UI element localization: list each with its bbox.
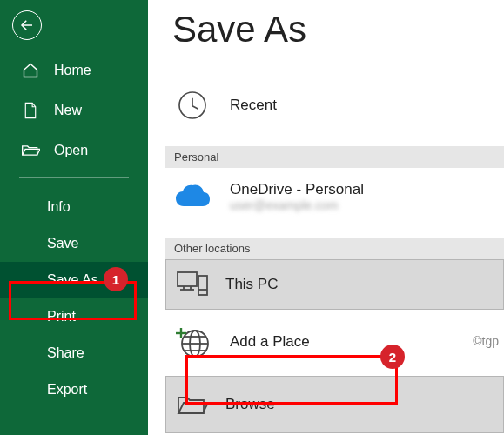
- section-other-locations: Other locations: [165, 238, 504, 259]
- open-folder-icon: [21, 141, 40, 160]
- nav-label: Share: [47, 345, 84, 361]
- home-icon: [21, 61, 40, 80]
- clock-icon: [172, 85, 212, 125]
- this-pc-icon: [175, 267, 210, 302]
- location-onedrive[interactable]: OneDrive - Personal user@example.com: [148, 168, 504, 225]
- cloud-icon: [172, 177, 212, 217]
- svg-line-3: [192, 106, 198, 109]
- nav-sub-group: Info Save Save As Print Share Export: [0, 189, 148, 408]
- location-label: OneDrive - Personal: [230, 181, 364, 198]
- location-label: Recent: [230, 97, 277, 114]
- add-place-icon: [172, 322, 212, 362]
- nav-label: Export: [47, 382, 87, 398]
- nav-label: Save As: [47, 272, 98, 288]
- nav-label: New: [54, 103, 82, 118]
- nav-separator: [19, 177, 129, 178]
- browse-button[interactable]: Browse: [165, 376, 504, 433]
- new-file-icon: [21, 101, 40, 120]
- location-label: Add a Place: [230, 333, 310, 351]
- nav-save-as[interactable]: Save As: [0, 262, 148, 298]
- page-title: Save As: [148, 0, 504, 77]
- arrow-left-icon: [19, 17, 35, 33]
- main-panel: Save As Recent Personal OneDrive - Perso…: [148, 0, 504, 435]
- section-personal: Personal: [165, 146, 504, 168]
- nav-label: Info: [47, 199, 71, 215]
- onedrive-text: OneDrive - Personal user@example.com: [230, 181, 364, 212]
- nav-share[interactable]: Share: [0, 335, 148, 371]
- nav-info[interactable]: Info: [0, 189, 148, 225]
- nav-new[interactable]: New: [0, 90, 148, 130]
- nav-label: Open: [54, 143, 88, 158]
- location-recent[interactable]: Recent: [148, 77, 504, 134]
- nav-save[interactable]: Save: [0, 225, 148, 262]
- nav-export[interactable]: Export: [0, 371, 148, 408]
- location-add-place[interactable]: Add a Place: [148, 310, 504, 371]
- nav-print[interactable]: Print: [0, 298, 148, 335]
- backstage-sidebar: Home New Open Info Save Save As Print Sh…: [0, 0, 148, 435]
- location-label: This PC: [225, 276, 278, 293]
- watermark: ©tgp: [473, 334, 499, 348]
- location-this-pc[interactable]: This PC: [165, 259, 504, 310]
- svg-rect-4: [178, 272, 197, 286]
- nav-label: Home: [54, 63, 91, 78]
- nav-home[interactable]: Home: [0, 50, 148, 90]
- onedrive-account: user@example.com: [230, 198, 364, 212]
- nav-label: Save: [47, 236, 78, 251]
- back-button[interactable]: [12, 10, 42, 40]
- folder-open-icon: [175, 387, 210, 422]
- nav-open[interactable]: Open: [0, 130, 148, 171]
- location-label: Browse: [225, 396, 275, 413]
- nav-label: Print: [47, 309, 76, 325]
- svg-rect-8: [198, 276, 207, 295]
